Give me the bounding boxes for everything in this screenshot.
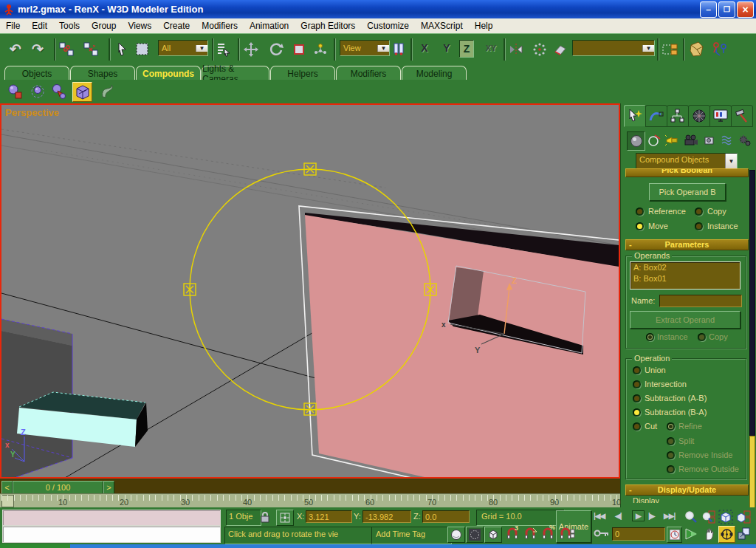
menu-group[interactable]: Group	[86, 19, 122, 32]
collapse-icon[interactable]: -	[629, 240, 632, 250]
degradation-button[interactable]	[466, 527, 484, 543]
radio-union[interactable]	[633, 366, 641, 374]
time-prev-button[interactable]: <	[1, 481, 13, 494]
selection-filter-dropdown[interactable]: All ▼	[158, 40, 208, 56]
radio-intersection[interactable]	[633, 380, 641, 388]
x-coord-field[interactable]	[306, 510, 352, 523]
menu-help[interactable]: Help	[469, 19, 499, 32]
z-coord-field[interactable]	[422, 510, 470, 523]
menu-create[interactable]: Create	[157, 19, 196, 32]
time-next-button[interactable]: >	[103, 481, 114, 494]
angle-snap-button[interactable]	[523, 527, 537, 541]
operand-item-b[interactable]: B: Box01	[630, 273, 740, 284]
undo-button[interactable]: ↶	[10, 40, 21, 59]
axis-constraint-z[interactable]: Z	[459, 40, 474, 58]
rollout-header-display-update[interactable]: - Display/Update	[625, 484, 749, 496]
pink-box-object[interactable]	[299, 206, 619, 477]
menu-graph-editors[interactable]: Graph Editors	[295, 19, 361, 32]
close-button[interactable]: ×	[737, 1, 754, 18]
spinner-snap-button[interactable]	[559, 527, 575, 541]
select-object-button[interactable]	[115, 40, 128, 59]
viewport-canvas[interactable]: Z x Y Z x Y	[1, 105, 619, 477]
collapse-icon[interactable]: -	[629, 485, 632, 495]
go-to-end-button[interactable]: ▶▶|	[664, 512, 675, 520]
category-spacewarps-button[interactable]	[719, 131, 736, 149]
panel-tab-display[interactable]	[709, 105, 732, 127]
select-and-manipulate-button[interactable]	[313, 40, 328, 59]
redo-button[interactable]: ↷	[32, 40, 44, 59]
tab-compounds[interactable]: Compounds	[136, 66, 201, 81]
radio-extract-instance-label[interactable]: Instance	[657, 332, 688, 341]
listener-input-field[interactable]	[2, 526, 221, 543]
radio-remove-inside-label[interactable]: Remove Inside	[678, 451, 732, 459]
radio-remove-inside[interactable]	[667, 451, 675, 459]
selection-region-button[interactable]	[135, 40, 150, 59]
tab-helpers[interactable]: Helpers	[270, 66, 335, 81]
radio-intersection-label[interactable]: Intersection	[645, 380, 687, 388]
use-center-button[interactable]	[392, 40, 405, 59]
loft-tool-button[interactable]	[98, 82, 117, 100]
radio-copy[interactable]	[695, 208, 703, 216]
menu-maxscript[interactable]: MAXScript	[415, 19, 469, 32]
category-lights-button[interactable]	[664, 131, 681, 149]
operand-name-input[interactable]	[659, 295, 742, 307]
minimize-button[interactable]: –	[700, 1, 717, 18]
reference-coordsys-dropdown[interactable]: View ▼	[340, 40, 390, 56]
start-button-edge[interactable]	[0, 544, 70, 548]
radio-copy-label[interactable]: Copy	[707, 207, 726, 216]
track-bar[interactable]: 10 20 30 40 50 60 70 80 90 10	[0, 493, 620, 509]
axis-constraint-xy[interactable]: XY	[481, 40, 501, 56]
radio-union-label[interactable]: Union	[645, 366, 666, 374]
tab-modifiers[interactable]: Modifiers	[336, 66, 401, 81]
category-systems-button[interactable]	[736, 131, 753, 149]
arc-rotate-button[interactable]	[718, 526, 735, 543]
menu-tools[interactable]: Tools	[53, 19, 86, 32]
menu-file[interactable]: File	[0, 19, 26, 32]
panel-tab-utilities[interactable]	[731, 105, 753, 127]
zoom-all-button[interactable]	[701, 510, 716, 524]
scatter-tool-button[interactable]	[28, 82, 47, 100]
radio-cut-split-label[interactable]: Split	[678, 436, 694, 445]
dropdown-arrow-icon[interactable]: ▼	[725, 154, 737, 168]
wireframe-cube-button[interactable]	[484, 527, 502, 543]
radio-remove-outside[interactable]	[667, 465, 675, 473]
radio-cut-split[interactable]	[667, 437, 675, 445]
category-shapes-button[interactable]	[645, 131, 662, 149]
shaded-mode-button[interactable]	[447, 527, 465, 543]
menu-views[interactable]: Views	[122, 19, 157, 32]
panel-tab-motion[interactable]	[688, 105, 710, 127]
tab-modeling[interactable]: Modeling	[402, 66, 467, 81]
morph-tool-button[interactable]	[6, 82, 24, 100]
panel-scrollbar-thumb[interactable]	[749, 436, 755, 508]
radio-cut-label[interactable]: Cut	[645, 422, 657, 431]
category-geometry-button[interactable]	[627, 131, 645, 151]
add-time-tag-field[interactable]: Add Time Tag	[371, 527, 452, 544]
play-selected-button[interactable]	[684, 527, 701, 541]
radio-reference[interactable]	[636, 208, 644, 216]
panel-tab-create[interactable]	[624, 105, 646, 127]
absolute-mode-button[interactable]	[276, 510, 294, 526]
snap-toggle-3d-button[interactable]: 3	[505, 527, 520, 541]
radio-instance[interactable]	[695, 222, 703, 230]
select-by-name-button[interactable]	[216, 40, 231, 59]
set-key-button[interactable]	[594, 528, 610, 538]
radio-extract-instance[interactable]	[646, 333, 654, 341]
radio-extract-copy[interactable]	[698, 333, 706, 341]
viewport-label[interactable]: Perspective	[5, 107, 59, 118]
object-category-dropdown[interactable]: Compound Objects ▼	[636, 153, 738, 169]
radio-extract-copy-label[interactable]: Copy	[709, 332, 728, 341]
select-and-move-button[interactable]	[244, 40, 258, 59]
time-slider-handle[interactable]: 0 / 100	[13, 481, 103, 494]
min-max-toggle-button[interactable]	[737, 527, 751, 541]
mirror-button[interactable]	[509, 40, 523, 59]
dropdown-arrow-icon[interactable]: ▼	[642, 45, 654, 52]
menu-modifiers[interactable]: Modifiers	[196, 19, 244, 32]
radio-reference-label[interactable]: Reference	[648, 207, 686, 216]
curve-editor-button[interactable]	[688, 40, 706, 59]
windows-taskbar-strip[interactable]	[0, 544, 756, 548]
layer-manager-button[interactable]	[662, 40, 678, 59]
radio-move-label[interactable]: Move	[648, 222, 668, 230]
dropdown-arrow-icon[interactable]: ▼	[377, 45, 389, 52]
selection-lock-button[interactable]	[258, 510, 272, 524]
radio-subtraction-ba-label[interactable]: Subtraction (B-A)	[645, 408, 707, 417]
